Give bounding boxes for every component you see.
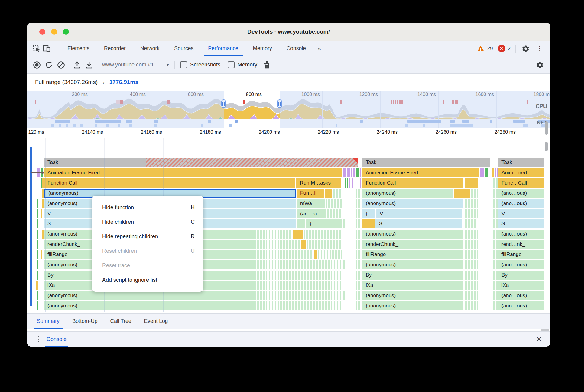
performance-toolbar: www.youtube.com #1 ▼ Screenshots Memory bbox=[27, 56, 550, 74]
selected-range-crumb[interactable]: 1776.91ms bbox=[109, 79, 138, 85]
flame-bar[interactable]: (an…s) bbox=[297, 209, 326, 218]
menu-item-hide-function[interactable]: Hide functionH bbox=[92, 200, 203, 215]
capture-settings-gear-icon[interactable] bbox=[534, 59, 546, 71]
flame-bar[interactable]: renderChunk_ bbox=[362, 240, 463, 249]
flame-bar[interactable]: (anonymous) bbox=[362, 260, 463, 269]
flame-bar[interactable]: (anonymous) bbox=[362, 230, 463, 239]
flame-bar[interactable]: By bbox=[362, 271, 463, 280]
more-tabs-button[interactable]: » bbox=[313, 45, 325, 52]
flame-bar[interactable]: By bbox=[498, 271, 544, 280]
horizontal-scrollbar-thumb[interactable] bbox=[541, 329, 549, 331]
flame-bar[interactable]: (ano…ous) bbox=[498, 301, 544, 310]
flame-fragment bbox=[492, 168, 494, 177]
flame-row: Animation Frame FiredAnimation Frame Fir… bbox=[27, 168, 550, 177]
save-profile-icon[interactable] bbox=[83, 59, 95, 71]
details-tab-event-log[interactable]: Event Log bbox=[144, 314, 168, 329]
more-options-menu-icon[interactable]: ⋮ bbox=[534, 45, 545, 53]
details-tab-summary[interactable]: Summary bbox=[37, 314, 60, 329]
flame-bar[interactable]: Func…Call bbox=[498, 178, 544, 188]
details-tab-call-tree[interactable]: Call Tree bbox=[110, 314, 131, 329]
record-button[interactable] bbox=[31, 59, 43, 71]
selection-drag-handle[interactable] bbox=[277, 99, 282, 108]
flame-gridline-overlay bbox=[45, 158, 46, 312]
flame-fragment bbox=[37, 230, 38, 239]
flame-bar[interactable]: (anonymous) bbox=[44, 291, 256, 300]
maximize-window-button[interactable] bbox=[63, 29, 69, 35]
flame-bar[interactable]: fillRange_ bbox=[498, 250, 544, 259]
flame-bar[interactable]: S bbox=[375, 219, 462, 228]
flame-bar[interactable]: (anonymous) bbox=[44, 301, 256, 310]
flame-fragment bbox=[493, 189, 498, 198]
close-drawer-icon[interactable]: × bbox=[536, 335, 542, 344]
close-window-button[interactable] bbox=[39, 29, 45, 35]
vertical-scrollbar-thumb[interactable] bbox=[545, 142, 548, 151]
tab-recorder[interactable]: Recorder bbox=[97, 41, 133, 56]
device-toolbar-icon[interactable] bbox=[42, 43, 52, 54]
flame-fragment bbox=[493, 301, 498, 310]
minimize-window-button[interactable] bbox=[51, 29, 57, 35]
warning-icon[interactable] bbox=[477, 45, 484, 52]
flame-bar[interactable]: (… bbox=[306, 219, 342, 228]
tab-performance[interactable]: Performance bbox=[201, 41, 245, 56]
tab-console[interactable]: Console bbox=[279, 41, 313, 56]
clear-button[interactable] bbox=[55, 59, 67, 71]
error-icon[interactable]: ✕ bbox=[498, 45, 505, 52]
flame-bar[interactable]: rend…nk_ bbox=[498, 240, 544, 249]
tab-sources[interactable]: Sources bbox=[167, 41, 201, 56]
flame-bar[interactable]: lXa bbox=[498, 281, 544, 290]
timeline-overview[interactable]: 200 ms400 ms600 ms800 ms1000 ms1200 ms14… bbox=[27, 91, 550, 128]
flame-bar[interactable]: lXa bbox=[362, 281, 463, 290]
menu-item-add-script-to-ignore-list[interactable]: Add script to ignore list bbox=[92, 273, 203, 287]
flame-bar[interactable]: Function Call bbox=[44, 178, 295, 188]
load-profile-icon[interactable] bbox=[71, 59, 83, 71]
console-drawer-tab[interactable]: Console bbox=[47, 332, 67, 347]
flame-bar[interactable]: Animation Frame Fired bbox=[44, 168, 342, 177]
menu-item-hide-children[interactable]: Hide childrenC bbox=[92, 215, 203, 229]
flame-bar[interactable]: Run M…asks bbox=[296, 178, 341, 188]
flame-fragment bbox=[37, 219, 38, 228]
drawer-menu-icon[interactable] bbox=[34, 336, 42, 342]
flame-bar[interactable]: (anonymous) bbox=[362, 291, 463, 300]
inspect-element-icon[interactable] bbox=[31, 43, 42, 54]
memory-checkbox[interactable] bbox=[228, 61, 235, 68]
flame-bar[interactable]: fillRange_ bbox=[362, 250, 463, 259]
flame-bar[interactable]: mWa bbox=[297, 199, 325, 208]
flame-bar[interactable]: (… bbox=[362, 209, 375, 218]
flame-bar[interactable]: (anonymous) bbox=[362, 199, 463, 208]
flame-bar[interactable]: (ano…ous) bbox=[498, 230, 544, 239]
flame-bar[interactable]: Animation Frame Fired bbox=[362, 168, 479, 177]
screenshots-checkbox[interactable] bbox=[180, 61, 187, 68]
garbage-collect-icon[interactable] bbox=[261, 59, 273, 71]
flame-bar[interactable]: (ano…ous) bbox=[498, 189, 544, 198]
tab-memory[interactable]: Memory bbox=[246, 41, 279, 56]
tab-elements[interactable]: Elements bbox=[60, 41, 97, 56]
settings-gear-icon[interactable] bbox=[521, 43, 531, 54]
flame-fragment bbox=[493, 219, 498, 228]
flame-bar[interactable]: (ano…ous) bbox=[498, 199, 544, 208]
flame-bar[interactable]: Function Call bbox=[362, 178, 463, 188]
flame-bar[interactable]: (ano…ous) bbox=[498, 291, 544, 300]
vertical-scrollbar-thumb[interactable] bbox=[545, 121, 548, 135]
flame-bar[interactable]: V bbox=[376, 209, 462, 218]
flame-gridline-overlay bbox=[458, 158, 458, 312]
flame-bar[interactable]: S bbox=[498, 219, 544, 228]
flame-bar[interactable]: Task bbox=[498, 158, 544, 167]
flame-bar[interactable]: Task bbox=[362, 158, 490, 167]
history-select[interactable]: www.youtube.com #1 ▼ bbox=[102, 62, 170, 68]
flame-fragment bbox=[497, 168, 498, 177]
selection-drag-handle[interactable] bbox=[221, 99, 226, 108]
flame-bar[interactable]: V bbox=[498, 209, 544, 218]
flame-fragment bbox=[493, 260, 498, 269]
tab-network[interactable]: Network bbox=[133, 41, 167, 56]
flame-bar[interactable]: (anonymous) bbox=[362, 301, 463, 310]
flame-bar[interactable]: (anonymous) bbox=[362, 189, 453, 198]
flame-bar[interactable]: Fun…ll bbox=[297, 189, 324, 198]
details-tab-bottom-up[interactable]: Bottom-Up bbox=[72, 314, 98, 329]
menu-item-label: Reset trace bbox=[102, 262, 130, 269]
full-range-crumb[interactable]: Full range (34307.26ms) bbox=[35, 79, 98, 85]
menu-item-hide-repeating-children[interactable]: Hide repeating childrenR bbox=[92, 229, 203, 244]
reload-and-record-button[interactable] bbox=[43, 59, 55, 71]
flame-bar[interactable]: (ano…ous) bbox=[498, 260, 544, 269]
flame-fragment bbox=[356, 199, 361, 208]
flame-bar[interactable]: Anim…ired bbox=[498, 168, 544, 177]
